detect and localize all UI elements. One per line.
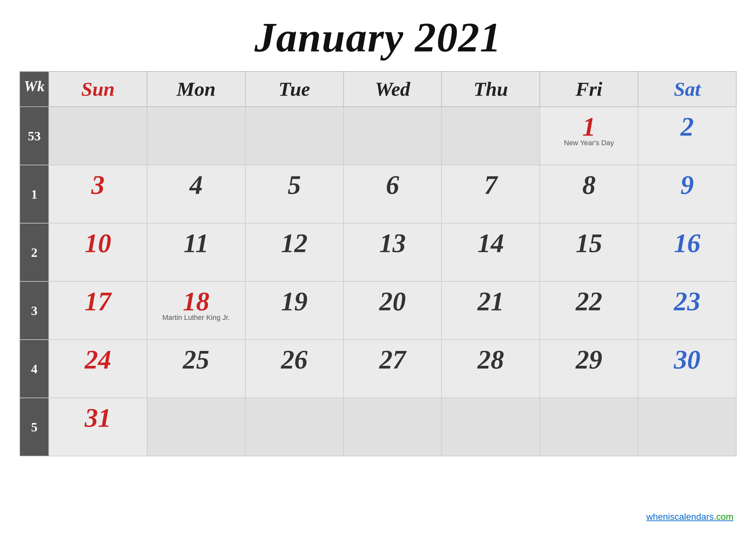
day-number: 8	[546, 170, 632, 200]
day-cell: 6	[343, 165, 442, 223]
day-cell: 20	[343, 281, 442, 340]
day-cell: 31	[49, 398, 147, 456]
day-label: New Year's Day	[546, 139, 632, 147]
day-cell: 7	[442, 165, 540, 223]
day-number: 10	[55, 228, 141, 259]
calendar-row-3: 31718Martin Luther King Jr.1920212223	[20, 281, 736, 340]
day-cell: 8	[540, 165, 638, 223]
footer-link[interactable]: wheniscalendars.com	[646, 512, 733, 522]
header-wed: Wed	[343, 71, 442, 107]
day-cell: 19	[245, 281, 343, 340]
calendar-row-2: 210111213141516	[20, 223, 736, 281]
footer-link-text: wheniscalendars	[646, 512, 714, 522]
day-label: Martin Luther King Jr.	[153, 313, 239, 322]
day-cell: 10	[49, 223, 147, 281]
day-number: 31	[55, 403, 141, 433]
day-cell: 1New Year's Day	[540, 107, 638, 165]
day-cell: 29	[540, 340, 638, 398]
day-number: 19	[252, 286, 338, 317]
day-number: 22	[546, 286, 632, 317]
day-cell: 3	[49, 165, 147, 223]
day-cell: 11	[147, 223, 245, 281]
day-cell	[49, 107, 147, 165]
day-number: 29	[546, 345, 632, 375]
header-mon: Mon	[147, 71, 245, 107]
day-cell: 24	[49, 340, 147, 398]
day-cell	[343, 398, 442, 456]
day-number: 26	[252, 345, 338, 375]
calendar-header: Wk Sun Mon Tue Wed Thu Fri Sat	[20, 71, 736, 107]
header-thu: Thu	[442, 71, 540, 107]
page-title: January 2021	[255, 13, 501, 62]
day-cell: 9	[638, 165, 736, 223]
day-number: 20	[350, 286, 436, 317]
day-cell: 22	[540, 281, 638, 340]
day-number: 24	[55, 345, 141, 375]
day-number: 16	[644, 228, 730, 259]
header-tue: Tue	[245, 71, 343, 107]
day-cell	[147, 398, 245, 456]
header-fri: Fri	[540, 71, 638, 107]
day-number: 18	[153, 286, 239, 317]
header-wk: Wk	[20, 71, 49, 107]
footer-link-tld: .com	[714, 512, 733, 522]
day-cell	[442, 107, 540, 165]
day-number: 13	[350, 228, 436, 259]
day-number: 3	[55, 170, 141, 200]
week-number-4: 4	[20, 340, 49, 398]
calendar: Wk Sun Mon Tue Wed Thu Fri Sat 531New Ye…	[19, 71, 737, 505]
day-cell	[245, 398, 343, 456]
day-number: 21	[448, 286, 534, 317]
calendar-row-4: 424252627282930	[20, 340, 736, 398]
day-cell: 21	[442, 281, 540, 340]
day-cell: 15	[540, 223, 638, 281]
day-cell: 2	[638, 107, 736, 165]
day-cell: 14	[442, 223, 540, 281]
day-cell: 25	[147, 340, 245, 398]
day-cell: 26	[245, 340, 343, 398]
day-number: 1	[546, 112, 632, 142]
day-cell	[442, 398, 540, 456]
day-cell	[245, 107, 343, 165]
day-cell: 13	[343, 223, 442, 281]
week-number-2: 2	[20, 223, 49, 281]
week-number-3: 3	[20, 281, 49, 340]
calendar-row-1: 13456789	[20, 165, 736, 223]
day-cell: 27	[343, 340, 442, 398]
day-number: 25	[153, 345, 239, 375]
day-number: 11	[153, 228, 239, 259]
header-sat: Sat	[638, 71, 736, 107]
day-number: 14	[448, 228, 534, 259]
week-number-0: 53	[20, 107, 49, 165]
day-number: 7	[448, 170, 534, 200]
footer: wheniscalendars.com	[19, 512, 737, 522]
day-number: 15	[546, 228, 632, 259]
day-cell: 23	[638, 281, 736, 340]
day-number: 23	[644, 286, 730, 317]
day-number: 9	[644, 170, 730, 200]
day-cell	[343, 107, 442, 165]
day-number: 28	[448, 345, 534, 375]
day-number: 30	[644, 345, 730, 375]
day-cell: 4	[147, 165, 245, 223]
calendar-row-0: 531New Year's Day2	[20, 107, 736, 165]
week-number-1: 1	[20, 165, 49, 223]
day-cell: 17	[49, 281, 147, 340]
header-sun: Sun	[49, 71, 147, 107]
day-cell: 16	[638, 223, 736, 281]
calendar-row-5: 531	[20, 398, 736, 456]
day-cell: 5	[245, 165, 343, 223]
day-cell: 18Martin Luther King Jr.	[147, 281, 245, 340]
day-cell	[540, 398, 638, 456]
day-cell: 30	[638, 340, 736, 398]
day-number: 27	[350, 345, 436, 375]
week-number-5: 5	[20, 398, 49, 456]
calendar-table: Wk Sun Mon Tue Wed Thu Fri Sat 531New Ye…	[19, 71, 737, 456]
day-number: 4	[153, 170, 239, 200]
day-number: 5	[252, 170, 338, 200]
day-number: 2	[644, 112, 730, 142]
day-cell	[147, 107, 245, 165]
day-number: 12	[252, 228, 338, 259]
day-cell: 12	[245, 223, 343, 281]
day-cell	[638, 398, 736, 456]
